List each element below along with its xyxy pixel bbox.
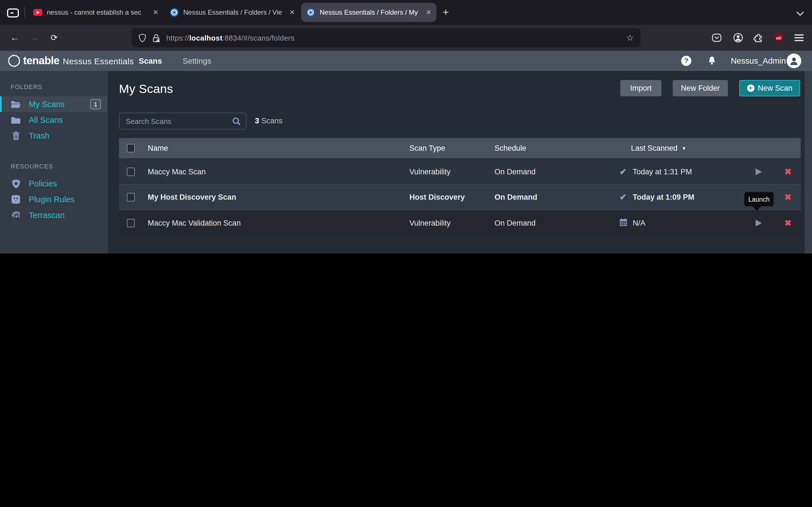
column-header-name[interactable]: Name	[148, 144, 168, 152]
launch-play-button[interactable]	[756, 220, 762, 226]
help-icon[interactable]: ?	[681, 56, 691, 66]
browser-tab-2[interactable]: Nessus Essentials / Folders / Vie ✕	[165, 3, 300, 22]
status-check-icon: ✔	[617, 167, 629, 177]
menu-hamburger-icon[interactable]	[791, 30, 808, 46]
launch-play-button[interactable]	[756, 168, 762, 175]
import-button[interactable]: Import	[620, 80, 661, 96]
browser-tab-active[interactable]: Nessus Essentials / Folders / My ✕	[301, 3, 437, 22]
table-row[interactable]: My Host Discovery Scan Host Discovery On…	[119, 184, 801, 210]
nav-settings[interactable]: Settings	[183, 51, 211, 71]
last-scanned-time: Today at 1:31 PM	[633, 168, 692, 176]
nav-scans[interactable]: Scans	[139, 51, 162, 71]
tenable-logo-icon	[7, 54, 21, 68]
browser-tab-1[interactable]: nessus - cannot establish a sec ✕	[28, 3, 163, 22]
tab-title: Nessus Essentials / Folders / Vie	[183, 8, 286, 16]
sidebar-item-label: Policies	[29, 179, 57, 188]
scan-name[interactable]: Maccy Mac Scan	[148, 168, 206, 176]
sidebar-item-trash[interactable]: Trash	[0, 128, 107, 144]
sidebar-item-policies[interactable]: Policies	[0, 176, 107, 191]
sidebar-item-terrascan[interactable]: Terrascan	[0, 207, 107, 223]
brand-name: tenable	[23, 55, 59, 67]
sidebar-item-plugin-rules[interactable]: Plugin Rules	[0, 191, 107, 207]
avatar[interactable]	[786, 54, 801, 68]
scan-count: 3Scans	[255, 117, 283, 125]
url-text[interactable]: https://localhost:8834/#/scans/folders	[166, 34, 295, 42]
delete-x-button[interactable]: ✖	[784, 218, 792, 228]
plugin-outlet-icon	[11, 195, 21, 204]
column-header-schedule[interactable]: Schedule	[495, 144, 526, 152]
url-bar[interactable]: https://localhost:8834/#/scans/folders ☆	[132, 28, 641, 47]
scan-name[interactable]: My Host Discovery Scan	[148, 193, 236, 202]
tab-close-icon[interactable]: ✕	[289, 8, 295, 16]
launch-tooltip: Launch	[744, 192, 774, 206]
lock-insecure-icon[interactable]	[152, 33, 161, 43]
sort-caret-icon: ▼	[681, 145, 687, 151]
table-header-row: Name Scan Type Schedule Last Scanned▼	[119, 138, 801, 158]
extensions-puzzle-icon[interactable]	[750, 30, 767, 46]
column-header-last-scanned[interactable]: Last Scanned▼	[631, 144, 687, 152]
table-row[interactable]: Maccy Mac Validation Scan Vulnerability …	[119, 210, 801, 236]
tab-close-icon[interactable]: ✕	[426, 8, 432, 16]
scan-type: Vulnerability	[409, 168, 451, 176]
scans-table: Name Scan Type Schedule Last Scanned▼ Ma…	[119, 138, 801, 236]
sidebar-item-label: My Scans	[29, 100, 64, 109]
search-scans-box[interactable]	[119, 113, 246, 129]
nessus-favicon-icon	[170, 8, 179, 17]
notifications-bell-icon[interactable]	[707, 56, 717, 68]
delete-x-button[interactable]: ✖	[784, 192, 792, 202]
screen: nessus - cannot establish a sec ✕ Nessus…	[0, 0, 812, 253]
username[interactable]: Nessus_Admin	[731, 51, 786, 71]
firefox-view-icon[interactable]	[4, 4, 21, 21]
account-icon[interactable]	[730, 30, 747, 46]
tab-close-icon[interactable]: ✕	[153, 8, 158, 16]
schedule-calendar-icon	[617, 218, 629, 228]
scan-schedule: On Demand	[495, 168, 536, 176]
column-header-scan-type[interactable]: Scan Type	[409, 144, 445, 152]
terrascan-spiral-icon	[11, 211, 21, 220]
my-scans-count-badge: 1	[90, 99, 101, 109]
sidebar-item-my-scans[interactable]: My Scans 1	[0, 96, 107, 112]
last-scanned-time: N/A	[633, 219, 645, 227]
scan-name[interactable]: Maccy Mac Validation Scan	[148, 219, 241, 227]
folder-open-icon	[11, 100, 21, 108]
back-button[interactable]: ←	[7, 30, 22, 46]
ublock-origin-icon[interactable]: uO	[770, 30, 787, 46]
sidebar-item-label: Trash	[29, 131, 49, 140]
page-title: My Scans	[119, 82, 173, 96]
scan-type: Host Discovery	[409, 193, 465, 202]
sidebar-item-all-scans[interactable]: All Scans	[0, 112, 107, 128]
list-all-tabs-icon[interactable]	[796, 8, 804, 18]
search-icon[interactable]	[232, 117, 241, 125]
row-checkbox[interactable]	[127, 168, 135, 176]
forward-button[interactable]: →	[26, 30, 42, 46]
row-checkbox[interactable]	[127, 193, 135, 202]
table-row[interactable]: Maccy Mac Scan Vulnerability On Demand ✔…	[119, 159, 801, 184]
new-tab-button[interactable]: +	[443, 6, 449, 18]
nessus-favicon-icon	[306, 8, 315, 17]
folders-section-label: FOLDERS	[0, 83, 107, 90]
main-content: My Scans Import New Folder +New Scan 3Sc…	[108, 71, 812, 253]
sidebar-item-label: Terrascan	[29, 211, 64, 220]
browser-toolbar: ← → ⟳ https://localhost:8834/#/scans/fol…	[0, 25, 812, 51]
select-all-checkbox[interactable]	[127, 144, 135, 152]
scrollbar-track[interactable]	[805, 71, 812, 253]
tab-title: Nessus Essentials / Folders / My	[320, 8, 422, 16]
new-folder-button[interactable]: New Folder	[673, 80, 728, 96]
new-scan-button[interactable]: +New Scan	[739, 80, 800, 96]
shield-star-icon	[11, 179, 21, 188]
search-input[interactable]	[119, 116, 232, 126]
row-checkbox[interactable]	[127, 219, 135, 227]
sidebar-item-label: All Scans	[29, 115, 63, 124]
shield-permissions-icon[interactable]	[138, 33, 147, 43]
delete-x-button[interactable]: ✖	[784, 167, 792, 177]
tenable-brand: tenable Nessus Essentials	[7, 51, 134, 71]
browser-tab-bar: nessus - cannot establish a sec ✕ Nessus…	[0, 0, 812, 25]
folder-icon	[11, 116, 21, 124]
app-header: tenable Nessus Essentials Scans Settings…	[0, 51, 812, 71]
scan-type: Vulnerability	[409, 219, 451, 227]
bookmark-star-icon[interactable]: ☆	[626, 33, 634, 43]
reload-button[interactable]: ⟳	[46, 30, 62, 46]
last-scanned-time: Today at 1:09 PM	[633, 193, 695, 202]
pocket-icon[interactable]	[708, 30, 725, 46]
plus-icon: +	[747, 84, 754, 92]
